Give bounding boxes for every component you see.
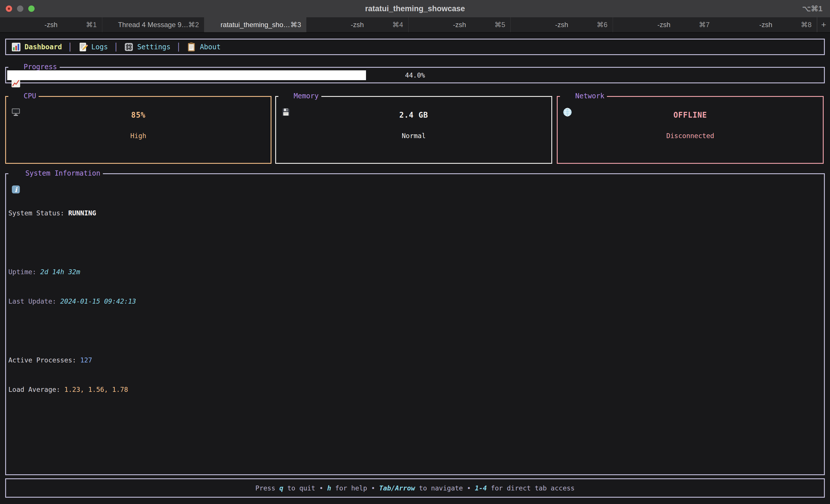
progress-gauge-label: 44.0% [7, 70, 823, 80]
tab-shortcut: ⌘4 [392, 21, 403, 29]
terminal-window: ratatui_theming_showcase ⌥⌘1 -zsh ⌘1 Thr… [0, 0, 830, 504]
progress-gauge: 44.0% [7, 70, 823, 80]
metric-value: OFFLINE [673, 111, 707, 119]
footer-text-navigate: to navigate • [415, 484, 475, 492]
footer-key-help: h [327, 484, 331, 492]
tab-label: ratatui_theming_sho… [220, 21, 290, 29]
tab-shortcut: ⌘7 [699, 21, 709, 29]
tab-zsh-6[interactable]: -zsh ⌘6 [511, 17, 613, 32]
tab-label: -zsh [658, 21, 670, 29]
app-tab-about[interactable]: About [187, 42, 220, 52]
app-tab-label: About [200, 43, 220, 51]
control-knobs-icon [124, 42, 134, 52]
load-average-label: Load Average: [8, 386, 64, 393]
processes-value: 127 [80, 356, 92, 364]
cpu-box-content: 85% High [6, 97, 270, 163]
memo-icon [78, 42, 88, 52]
titlebar: ratatui_theming_showcase ⌥⌘1 [0, 0, 830, 17]
tab-label: -zsh [555, 21, 568, 29]
metric-box: CPU 85% High [5, 96, 272, 164]
tab-label: Thread 4 Message 9… [118, 21, 188, 29]
last-update-value: 2024-01-15 09:42:13 [60, 297, 136, 305]
progress-box: Progress 44.0% [5, 67, 825, 83]
load-average-value: 1.23, 1.56, 1.78 [64, 386, 128, 393]
uptime-value: 2d 14h 32m [40, 268, 80, 276]
nav-separator: │ [177, 43, 181, 51]
system-status-label: System Status: [8, 209, 68, 217]
tab-zsh-4[interactable]: -zsh ⌘4 [306, 17, 409, 32]
nav-separator: │ [68, 43, 72, 51]
tab-bar: -zsh ⌘1 Thread 4 Message 9… ⌘2 ratatui_t… [0, 17, 830, 33]
info-icon: i [11, 168, 21, 178]
progress-box-title-text: Progress [24, 63, 57, 71]
terminal-content: Dashboard │ Logs │ Settings │ [0, 33, 830, 504]
app-tab-label: Logs [91, 43, 108, 51]
clipboard-icon [187, 42, 196, 52]
uptime-line: Uptime: 2d 14h 32m [8, 267, 822, 277]
app-tab-label: Settings [137, 43, 170, 51]
footer-help-box: Press q to quit • h for help • Tab/Arrow… [5, 478, 825, 498]
processes-line: Active Processes: 127 [8, 355, 822, 365]
tab-thread-4[interactable]: Thread 4 Message 9… ⌘2 [102, 17, 204, 32]
metric-value: 85% [131, 111, 146, 119]
processes-label: Active Processes: [8, 356, 80, 364]
blank-line [8, 326, 822, 336]
tab-label: -zsh [351, 21, 364, 29]
tab-zsh-7[interactable]: -zsh ⌘7 [613, 17, 715, 32]
system-info-box: i System Information System Status: RUNN… [5, 173, 825, 475]
footer-press: Press [255, 484, 279, 492]
metric-status: Normal [402, 132, 426, 139]
bar-chart-icon [11, 42, 21, 52]
tab-shortcut: ⌘2 [188, 21, 199, 29]
nav-separator: │ [114, 43, 119, 51]
window-shortcut-hint: ⌥⌘1 [802, 0, 823, 17]
metric-value: 2.4 GB [400, 111, 428, 119]
footer-text-quit: to quit • [283, 484, 327, 492]
tab-ratatui-active[interactable]: ratatui_theming_sho… ⌘3 [204, 17, 306, 32]
metric-box: Network OFFLINE Disconnected [557, 96, 824, 164]
tab-label: -zsh [759, 21, 772, 29]
network-box-content: OFFLINE Disconnected [558, 97, 823, 163]
app-tab-dashboard[interactable]: Dashboard [11, 42, 62, 52]
tab-shortcut: ⌘5 [494, 21, 505, 29]
last-update-label: Last Update: [8, 297, 60, 305]
system-status-value: RUNNING [68, 209, 96, 217]
app-tab-settings[interactable]: Settings [124, 42, 170, 52]
tab-shortcut: ⌘8 [801, 21, 811, 29]
tab-zsh-1[interactable]: -zsh ⌘1 [0, 17, 102, 32]
tab-zsh-8[interactable]: -zsh ⌘8 [715, 17, 817, 32]
system-info-content: System Status: RUNNING Uptime: 2d 14h 32… [8, 189, 822, 414]
system-status-line: System Status: RUNNING [8, 208, 822, 218]
footer-key-quit: q [279, 484, 283, 492]
last-update-line: Last Update: 2024-01-15 09:42:13 [8, 296, 822, 306]
footer-text-help: for help • [331, 484, 379, 492]
tab-shortcut: ⌘3 [290, 21, 301, 29]
new-tab-button[interactable]: + [817, 17, 830, 32]
system-info-box-title-text: System Information [25, 169, 100, 177]
uptime-label: Uptime: [8, 268, 40, 276]
metric-box: Memory 2.4 GB Normal [275, 96, 552, 164]
app-nav-box: Dashboard │ Logs │ Settings │ [5, 39, 825, 55]
window-title: ratatui_theming_showcase [0, 0, 830, 17]
tab-label: -zsh [453, 21, 466, 29]
system-info-box-title: i System Information [8, 168, 103, 178]
footer-key-tabs: 1-4 [475, 484, 487, 492]
metric-status: Disconnected [666, 132, 714, 139]
footer-text-tabs: for direct tab access [487, 484, 575, 492]
tab-zsh-5[interactable]: -zsh ⌘5 [409, 17, 511, 32]
blank-line [8, 238, 822, 247]
tab-shortcut: ⌘1 [86, 21, 97, 29]
load-average-line: Load Average: 1.23, 1.56, 1.78 [8, 385, 822, 395]
tab-label: -zsh [44, 21, 57, 29]
app-tab-label: Dashboard [25, 43, 62, 51]
footer-key-navigate: Tab/Arrow [379, 484, 415, 492]
footer-help-text: Press q to quit • h for help • Tab/Arrow… [255, 484, 575, 492]
memory-box-content: 2.4 GB Normal [276, 97, 551, 163]
tab-shortcut: ⌘6 [597, 21, 607, 29]
metric-status: High [130, 132, 146, 139]
app-tab-logs[interactable]: Logs [78, 42, 108, 52]
